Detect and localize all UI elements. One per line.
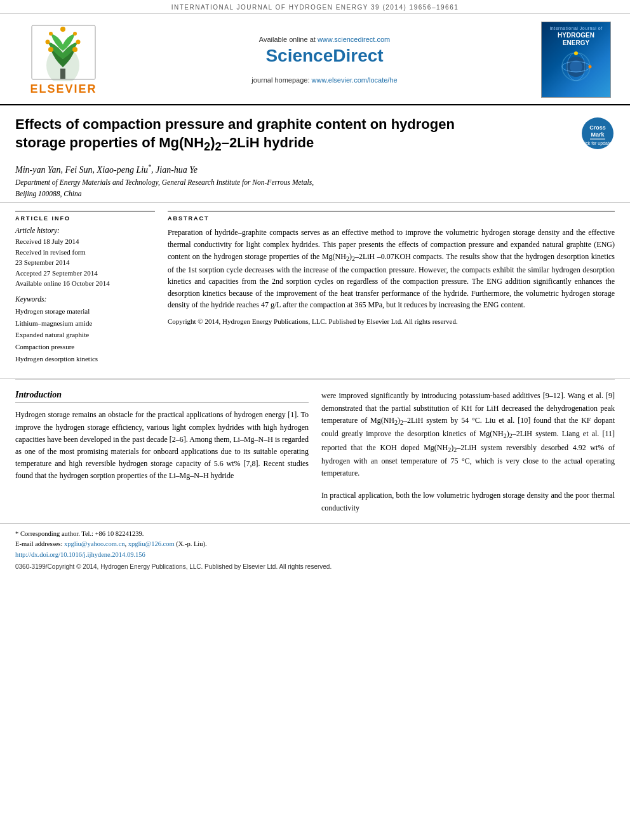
journal-cover-area: International Journal of HYDROGENENERGY — [535, 22, 617, 98]
keywords-group: Keywords: Hydrogen storage material Lith… — [15, 295, 155, 364]
affiliation-line2: Beijing 100088, China — [15, 190, 615, 197]
doi-link[interactable]: http://dx.doi.org/10.1016/j.ijhydene.201… — [15, 551, 145, 558]
svg-point-15 — [574, 51, 578, 55]
available-online-text: Available online at www.sciencedirect.co… — [259, 36, 390, 43]
article-history: Article history: Received 18 July 2014 R… — [15, 227, 155, 289]
crossmark-badge: Cross Mark click for updates — [580, 116, 615, 150]
journal-cover-line1: International Journal of — [549, 26, 602, 30]
svg-text:Cross: Cross — [589, 124, 606, 131]
keyword-2: Lithium–magnesium amide — [15, 317, 155, 330]
email-link-1[interactable]: xpgliu@yahoo.com.cn — [64, 540, 124, 547]
revised-label: Received in revised form — [15, 247, 155, 258]
page-header: ELSEVIER Available online at www.science… — [0, 14, 630, 105]
svg-point-12 — [570, 60, 582, 73]
intro-paragraph-1: Hydrogen storage remains an obstacle for… — [15, 409, 309, 482]
revised-date: 23 September 2014 — [15, 257, 155, 268]
svg-text:click for updates: click for updates — [581, 141, 613, 146]
elsevier-logo-area: ELSEVIER — [13, 22, 114, 98]
keyword-4: Compaction pressure — [15, 341, 155, 353]
keyword-3: Expanded natural graphite — [15, 329, 155, 341]
copyright-text: Copyright © 2014, Hydrogen Energy Public… — [168, 316, 615, 327]
article-info-label: Article Info — [15, 211, 155, 222]
article-title: Effects of compaction pressure and graph… — [15, 116, 473, 154]
svg-point-8 — [60, 27, 65, 32]
journal-citation: International Journal of Hydrogen Energy… — [171, 4, 459, 11]
introduction-heading: Introduction — [15, 390, 309, 403]
abstract-text: Preparation of hydride–graphite compacts… — [168, 227, 615, 310]
email-link-2[interactable]: xpgliu@126.com — [128, 540, 175, 547]
svg-point-16 — [589, 65, 592, 69]
article-info-column: Article Info Article history: Received 1… — [15, 211, 155, 371]
history-label: Article history: — [15, 227, 155, 234]
journal-cover-title: HYDROGENENERGY — [558, 32, 594, 47]
elsevier-tree-icon — [29, 24, 98, 81]
crossmark-icon: Cross Mark click for updates — [581, 117, 614, 150]
elsevier-wordmark: ELSEVIER — [30, 83, 97, 96]
intro-paragraph-2: were improved significantly by introduci… — [321, 390, 615, 479]
authors: Min-yan Yan, Fei Sun, Xiao-peng Liu*, Ji… — [15, 163, 615, 175]
journal-cover-graphic — [557, 51, 595, 83]
article-header: Cross Mark click for updates Effects of … — [0, 105, 630, 203]
journal-homepage: journal homepage: www.elsevier.com/locat… — [251, 76, 397, 84]
svg-text:Mark: Mark — [591, 131, 605, 138]
svg-point-2 — [48, 47, 53, 52]
doi-note: http://dx.doi.org/10.1016/j.ijhydene.201… — [15, 550, 615, 561]
svg-point-4 — [46, 39, 50, 44]
abstract-column: Abstract Preparation of hydride–graphite… — [168, 211, 615, 371]
accepted-date: Accepted 27 September 2014 — [15, 268, 155, 279]
journal-cover-image: International Journal of HYDROGENENERGY — [541, 22, 611, 98]
intro-col-right: were improved significantly by introduci… — [321, 390, 615, 514]
received-date: Received 18 July 2014 — [15, 236, 155, 247]
keywords-label: Keywords: — [15, 295, 155, 303]
svg-point-5 — [76, 39, 81, 44]
sciencedirect-url[interactable]: www.sciencedirect.com — [318, 36, 390, 43]
corresponding-author-note: * Corresponding author. Tel.: +86 10 822… — [15, 529, 615, 540]
available-date: Available online 16 October 2014 — [15, 278, 155, 289]
affiliation-line1: Department of Energy Materials and Techn… — [15, 178, 615, 186]
keyword-1: Hydrogen storage material — [15, 305, 155, 317]
email-note: E-mail addresses: xpgliu@yahoo.com.cn, x… — [15, 539, 615, 550]
journal-homepage-url[interactable]: www.elsevier.com/locate/he — [312, 76, 398, 84]
issn-note: 0360-3199/Copyright © 2014, Hydrogen Ene… — [15, 563, 615, 570]
keyword-5: Hydrogen desorption kinetics — [15, 353, 155, 365]
abstract-label: Abstract — [168, 211, 615, 222]
svg-point-6 — [49, 32, 53, 36]
elsevier-logo: ELSEVIER — [29, 24, 98, 96]
intro-paragraph-3: In practical application, both the low v… — [321, 490, 615, 514]
page-footer: * Corresponding author. Tel.: +86 10 822… — [0, 523, 630, 574]
sciencedirect-title: ScienceDirect — [265, 46, 383, 66]
introduction-section: Introduction Hydrogen storage remains an… — [0, 380, 630, 520]
article-info-abstract-section: Article Info Article history: Received 1… — [0, 203, 630, 379]
svg-point-3 — [72, 47, 77, 52]
intro-col-left: Introduction Hydrogen storage remains an… — [15, 390, 309, 514]
journal-header-bar: International Journal of Hydrogen Energy… — [0, 0, 630, 14]
svg-point-7 — [73, 32, 77, 36]
sciencedirect-header: Available online at www.sciencedirect.co… — [114, 22, 535, 98]
